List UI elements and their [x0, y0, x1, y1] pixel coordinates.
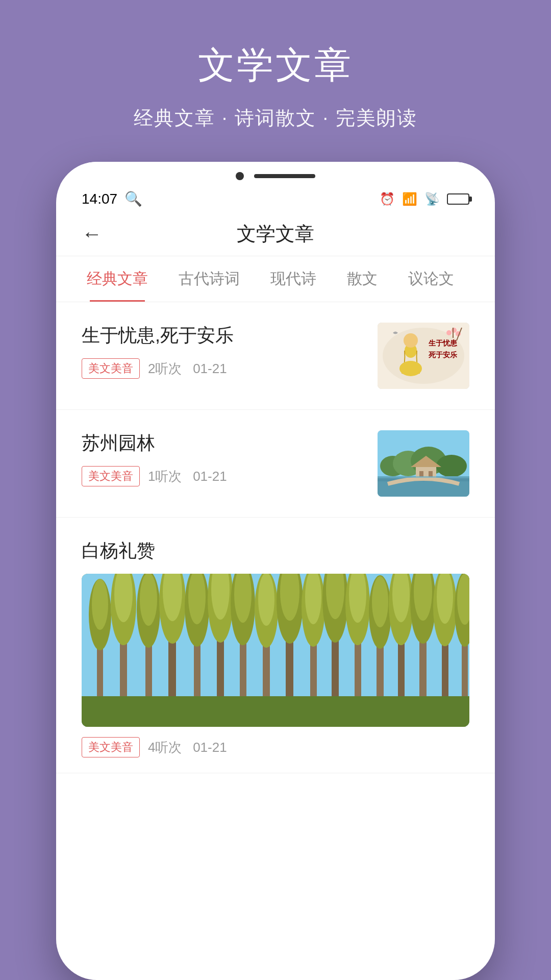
camera-dot: [236, 172, 244, 180]
svg-point-64: [372, 576, 388, 627]
article-info: 生于忧患,死于安乐 美文美音 2听次 01-21: [82, 323, 362, 379]
nav-title: 文学文章: [237, 221, 314, 247]
speaker: [254, 174, 315, 178]
page-subtitle: 经典文章 · 诗词散文 · 完美朗读: [0, 105, 551, 131]
article-item[interactable]: 苏州园林 美文美音 1听次 01-21: [56, 410, 495, 518]
tab-ancient-poetry[interactable]: 古代诗词: [163, 256, 255, 302]
article-item-big[interactable]: 白杨礼赞: [56, 518, 495, 773]
time-display: 14:07: [82, 191, 117, 207]
svg-rect-77: [82, 696, 469, 727]
article-big-image: [82, 574, 469, 727]
svg-point-8: [452, 328, 457, 333]
nav-bar: ← 文学文章: [56, 212, 495, 256]
svg-point-28: [92, 579, 108, 630]
article-tag: 美文美音: [82, 737, 140, 757]
article-item[interactable]: 生于忧患,死于安乐 美文美音 2听次 01-21: [56, 302, 495, 410]
svg-point-3: [404, 333, 418, 348]
article-tag: 美文美音: [82, 358, 140, 379]
article-title: 生于忧患,死于安乐: [82, 323, 362, 348]
phone-frame: 14:07 🔍 ⏰ 📶 📡 ← 文学文章 经典文章 古代诗词 现代诗 散文 议论…: [56, 162, 495, 980]
article-listens: 4听次 01-21: [148, 739, 227, 756]
svg-point-16: [436, 455, 467, 477]
svg-point-4: [399, 361, 422, 376]
article-listens: 2听次 01-21: [148, 360, 227, 378]
wifi-icon: 📡: [424, 192, 440, 206]
content-area: 生于忧患,死于安乐 美文美音 2听次 01-21: [56, 302, 495, 773]
article-title: 苏州园林: [82, 430, 362, 456]
article-meta: 美文美音 2听次 01-21: [82, 358, 362, 379]
tab-prose[interactable]: 散文: [332, 256, 393, 302]
tab-bar: 经典文章 古代诗词 现代诗 散文 议论文: [56, 256, 495, 302]
status-right: ⏰ 📶 📡: [380, 192, 469, 206]
svg-point-34: [140, 574, 157, 626]
alarm-icon: ⏰: [380, 192, 395, 206]
phone-top-bar: [56, 162, 495, 185]
article-meta: 美文美音 1听次 01-21: [82, 466, 362, 486]
tab-essay[interactable]: 议论文: [393, 256, 469, 302]
status-bar: 14:07 🔍 ⏰ 📶 📡: [56, 185, 495, 212]
svg-point-7: [446, 330, 452, 335]
battery-icon: [447, 193, 469, 205]
article-info: 苏州园林 美文美音 1听次 01-21: [82, 430, 362, 486]
svg-text:死于安乐: 死于安乐: [428, 351, 457, 359]
article-thumbnail: [378, 430, 469, 497]
svg-text:生于忧患: 生于忧患: [428, 339, 458, 347]
article-meta: 美文美音 4听次 01-21: [82, 737, 469, 757]
article-listens: 1听次 01-21: [148, 468, 227, 485]
background-header: 文学文章 经典文章 · 诗词散文 · 完美朗读: [0, 0, 551, 131]
article-title: 白杨礼赞: [82, 538, 469, 564]
svg-rect-23: [378, 476, 469, 478]
svg-point-49: [258, 574, 274, 626]
signal-icon: 📶: [402, 192, 417, 206]
back-button[interactable]: ←: [82, 223, 102, 246]
page-main-title: 文学文章: [0, 41, 551, 90]
article-thumbnail: 生于忧患 死于安乐: [378, 323, 469, 389]
tab-modern-poetry[interactable]: 现代诗: [255, 256, 332, 302]
article-tag: 美文美音: [82, 466, 140, 486]
tab-classic[interactable]: 经典文章: [71, 256, 163, 302]
status-left: 14:07 🔍: [82, 190, 142, 207]
search-status-icon[interactable]: 🔍: [124, 190, 142, 207]
